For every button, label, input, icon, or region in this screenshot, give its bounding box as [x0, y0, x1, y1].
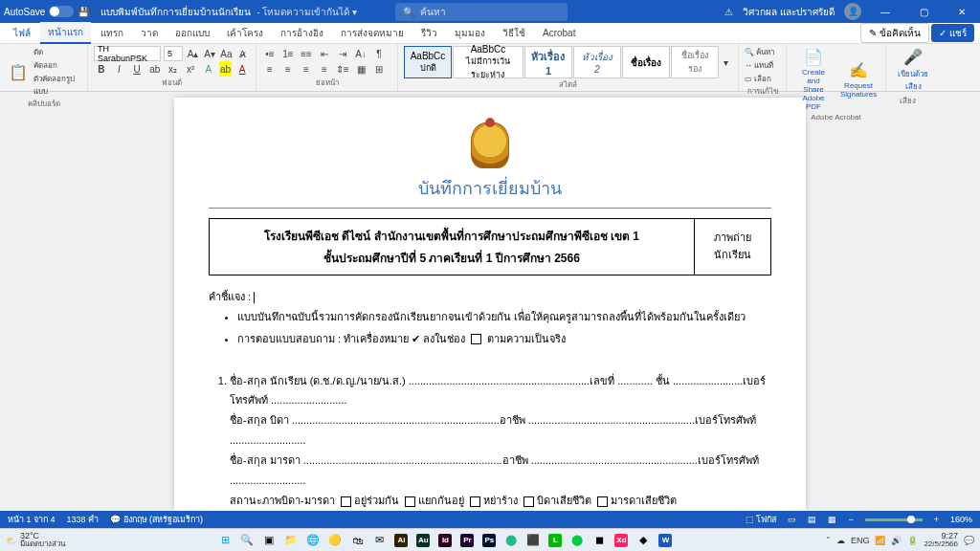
replace-button[interactable]: ↔ แทนที่	[745, 59, 780, 72]
maximize-button[interactable]: ▢	[909, 0, 938, 23]
underline-button[interactable]: U	[129, 61, 145, 77]
comments-button[interactable]: ✎ ข้อคิดเห็น	[860, 23, 929, 43]
style-normal[interactable]: AaBbCcปกติ	[404, 46, 452, 78]
tab-review[interactable]: รีวิว	[413, 23, 445, 43]
font-name-combo[interactable]: TH SarabunPSK	[94, 46, 161, 61]
superscript-button[interactable]: x²	[183, 61, 198, 77]
tab-draw[interactable]: วาด	[133, 23, 166, 43]
request-signatures-button[interactable]: ✍Request Signatures	[837, 59, 880, 100]
style-nospace[interactable]: AaBbCcไม่มีการเว้นระยะห่าง	[453, 46, 523, 78]
tab-design[interactable]: ออกแบบ	[167, 23, 217, 43]
cut-button[interactable]: ตัด	[33, 46, 81, 58]
tab-view[interactable]: มุมมอง	[447, 23, 493, 43]
page-count[interactable]: หน้า 1 จาก 4	[8, 513, 56, 526]
task-view-button[interactable]: ▣	[258, 531, 279, 550]
save-icon[interactable]: 💾	[78, 7, 89, 17]
numbering-button[interactable]: 1≡	[280, 46, 296, 61]
grow-font-button[interactable]: A▴	[186, 46, 199, 61]
autosave-toggle[interactable]: AutoSave 💾	[4, 6, 89, 17]
app-xd[interactable]: Xd	[611, 531, 632, 550]
document-canvas[interactable]: บันทึกการเยี่ยมบ้าน โรงเรียนพีซีเอช ดีไซ…	[0, 92, 980, 511]
app-camtasia[interactable]: ⬤	[501, 531, 522, 550]
clear-format-button[interactable]: A̷	[236, 46, 250, 61]
bullets-button[interactable]: •≡	[262, 46, 278, 61]
close-button[interactable]: ✕	[947, 0, 976, 23]
create-share-pdf-button[interactable]: 📄Create and Share Adobe PDF	[792, 46, 835, 113]
shading-button[interactable]: ▦	[353, 61, 368, 77]
language-status[interactable]: 💬 อังกฤษ (สหรัฐอเมริกา)	[110, 513, 203, 526]
bold-button[interactable]: B	[94, 61, 109, 77]
italic-button[interactable]: I	[112, 61, 127, 77]
shrink-font-button[interactable]: A▾	[203, 46, 216, 61]
dictate-button[interactable]: 🎤เขียนด้วยเสียง	[892, 46, 934, 95]
font-color-button[interactable]: A	[234, 61, 250, 77]
change-case-button[interactable]: Aa	[219, 46, 233, 61]
tray-date[interactable]: 22/5/2566	[924, 540, 958, 548]
style-heading1[interactable]: หัวเรื่อง 1	[524, 46, 572, 78]
find-button[interactable]: 🔍 ค้นหา	[745, 46, 780, 58]
styles-more-button[interactable]: ▾	[720, 55, 732, 70]
style-subtitle[interactable]: ชื่อเรื่องรอง	[671, 46, 719, 78]
app-obs[interactable]: ⬛	[523, 531, 544, 550]
app-word[interactable]: W	[655, 531, 676, 550]
tray-cloud-icon[interactable]: ☁	[836, 536, 845, 545]
tray-wifi-icon[interactable]: 📶	[875, 536, 885, 545]
app-spotify[interactable]: ⬤	[567, 531, 588, 550]
view-read-icon[interactable]: ▭	[788, 515, 796, 524]
search-box[interactable]: 🔍 ค้นหา	[395, 3, 568, 21]
notifications-button[interactable]: 💬	[964, 536, 974, 545]
tray-chevron-icon[interactable]: ˄	[826, 536, 831, 545]
app-id[interactable]: Id	[434, 531, 456, 550]
toggle-switch-icon[interactable]	[49, 6, 74, 17]
indent-right-button[interactable]: ⇥	[335, 46, 350, 61]
multilevel-button[interactable]: ≡≡	[299, 46, 314, 61]
app-ps[interactable]: Ps	[479, 531, 500, 550]
app-ai[interactable]: Ai	[390, 531, 412, 550]
user-avatar[interactable]: 👤	[844, 3, 861, 20]
paste-button[interactable]: 📋	[6, 61, 31, 83]
zoom-in-button[interactable]: +	[934, 515, 939, 524]
view-web-icon[interactable]: ▦	[828, 515, 836, 524]
app-misc[interactable]: ◆	[633, 531, 654, 550]
copy-button[interactable]: คัดลอก	[33, 59, 81, 72]
start-button[interactable]: ⊞	[214, 531, 235, 550]
text-effects-button[interactable]: A	[201, 61, 216, 77]
highlight-button[interactable]: ab	[219, 61, 233, 77]
mail-button[interactable]: ✉	[368, 531, 390, 550]
display-mode[interactable]: ⬚ โฟกัส	[746, 513, 777, 526]
style-title[interactable]: ชื่อเรื่อง	[622, 46, 670, 78]
indent-left-button[interactable]: ⇤	[317, 46, 332, 61]
tab-home[interactable]: หน้าแรก	[40, 22, 91, 44]
zoom-out-button[interactable]: −	[848, 515, 853, 524]
select-button[interactable]: ▭ เลือก	[745, 73, 780, 85]
align-right-button[interactable]: ≡	[299, 61, 314, 77]
show-marks-button[interactable]: ¶	[371, 46, 387, 61]
format-painter-button[interactable]: ตัวคัดลอกรูปแบบ	[33, 73, 81, 98]
tray-lang[interactable]: ENG	[851, 536, 870, 545]
store-button[interactable]: 🛍	[346, 531, 368, 550]
subscript-button[interactable]: x₂	[166, 61, 181, 77]
weather-widget[interactable]: ⛅ 32°C มีแดดบางส่วน	[6, 532, 65, 548]
view-print-icon[interactable]: ▤	[808, 515, 816, 524]
minimize-button[interactable]: —	[871, 0, 900, 23]
tab-references[interactable]: การอ้างอิง	[273, 23, 331, 43]
align-center-button[interactable]: ≡	[280, 61, 296, 77]
chrome-button[interactable]: 🟡	[324, 531, 345, 550]
app-pr[interactable]: Pr	[457, 531, 478, 550]
font-size-combo[interactable]: 5	[164, 46, 183, 61]
app-au[interactable]: Au	[412, 531, 434, 550]
edge-button[interactable]: 🌐	[302, 531, 323, 550]
line-spacing-button[interactable]: ⇕≡	[335, 61, 350, 77]
tab-file[interactable]: ไฟล์	[6, 23, 38, 43]
align-left-button[interactable]: ≡	[262, 61, 278, 77]
borders-button[interactable]: ⊞	[371, 61, 387, 77]
tab-mailings[interactable]: การส่งจดหมาย	[333, 23, 412, 43]
tray-battery-icon[interactable]: 🔋	[907, 536, 918, 545]
zoom-slider[interactable]	[865, 518, 923, 521]
app-line[interactable]: L	[545, 531, 566, 550]
app-capcut[interactable]: ◼	[589, 531, 610, 550]
tab-insert[interactable]: แทรก	[93, 23, 131, 43]
search-taskbar-button[interactable]: 🔍	[236, 531, 257, 550]
share-button[interactable]: ✓ แชร์	[931, 24, 974, 42]
sort-button[interactable]: A↓	[353, 46, 368, 61]
